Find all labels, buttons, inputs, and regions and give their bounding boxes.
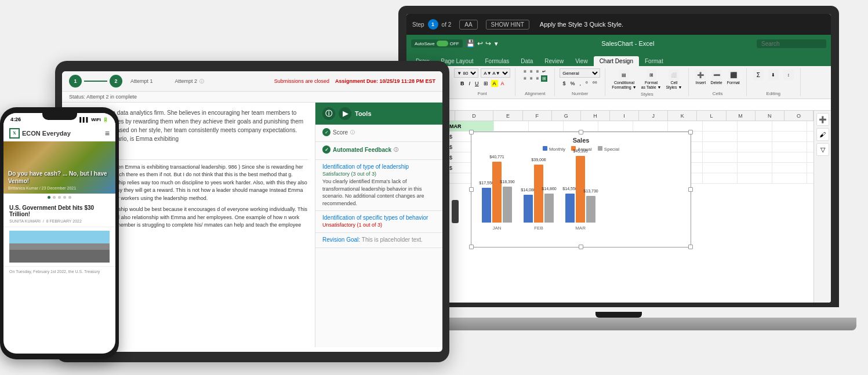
add-chart-element-btn[interactable]: ➕: [816, 113, 829, 126]
cell-l2[interactable]: [738, 132, 772, 141]
font-color-btn[interactable]: A: [499, 80, 506, 87]
cell-m1[interactable]: [772, 121, 807, 131]
cell-n6[interactable]: [807, 173, 813, 183]
cell-l4[interactable]: [738, 152, 772, 162]
feedback-status-1: Satisfactory (3 out of 3): [322, 171, 435, 177]
redo-icon[interactable]: ↪: [485, 39, 491, 48]
align-center-btn[interactable]: ≡: [529, 75, 534, 82]
cell-m2[interactable]: [772, 132, 807, 141]
tab-formulas[interactable]: Formulas: [480, 56, 515, 66]
chart-handle-tl[interactable]: [469, 130, 474, 134]
border-btn[interactable]: ⊞: [482, 80, 490, 87]
fill-btn[interactable]: ⬇: [767, 68, 780, 81]
increase-decimal-btn[interactable]: ⁰⁰: [591, 80, 599, 87]
chart-handle-ml[interactable]: [469, 187, 474, 192]
cell-l3[interactable]: [738, 142, 772, 152]
chart-style-btn[interactable]: 🖌: [816, 128, 829, 141]
ribbon-tabs: Draw Page Layout Formulas Data Review Vi…: [406, 52, 831, 66]
cell-k5[interactable]: [703, 163, 738, 173]
number-format-select[interactable]: General: [560, 68, 600, 78]
font-family-select[interactable]: A▼ A▼: [481, 68, 510, 78]
autosave-state-toggle[interactable]: [437, 41, 448, 46]
article-3-section[interactable]: [3, 227, 115, 267]
autosave-toggle[interactable]: AutoSave OFF: [411, 39, 463, 48]
chart-title: Sales: [476, 137, 686, 144]
cell-m4[interactable]: [772, 152, 807, 162]
italic-btn[interactable]: I: [467, 80, 473, 87]
article-2-section[interactable]: U.S. Government Debt hits $30 Trillion! …: [3, 201, 115, 227]
fill-color-btn[interactable]: A: [491, 80, 498, 87]
undo-icon[interactable]: ↩: [477, 39, 483, 48]
cell-m3[interactable]: [772, 142, 807, 152]
percent-btn[interactable]: %: [569, 80, 577, 87]
wrap-text-btn[interactable]: ↵: [541, 68, 547, 75]
cells-area[interactable]: ary MAR: [413, 121, 813, 225]
tablet-home-button[interactable]: [452, 200, 459, 223]
sort-filter-btn[interactable]: ↕: [782, 68, 796, 81]
cell-n2[interactable]: [807, 132, 813, 141]
save-icon[interactable]: 💾: [466, 39, 475, 48]
cell-e1[interactable]: [494, 121, 529, 131]
sum-btn[interactable]: Σ: [751, 68, 765, 81]
align-top-left-btn[interactable]: ≡: [522, 68, 528, 75]
cell-m5[interactable]: [772, 163, 807, 173]
excel-grid[interactable]: C D E F G H I J K L M N O: [406, 111, 813, 303]
align-right-btn[interactable]: ≡: [535, 75, 540, 82]
format-btn[interactable]: ⬛ Format: [725, 68, 742, 86]
cell-l6[interactable]: [738, 173, 772, 183]
chart-handle-bm[interactable]: [579, 245, 583, 249]
cell-k2[interactable]: [703, 132, 738, 141]
hero-image: Do you have cash? ... No, but I have Ven…: [3, 141, 115, 194]
chart-filter-btn[interactable]: ▽: [816, 143, 829, 156]
chart-handle-mr[interactable]: [688, 187, 693, 192]
tab-chart-design[interactable]: Chart Design: [594, 56, 639, 66]
align-top-right-btn[interactable]: ≡: [535, 68, 540, 75]
cell-n1[interactable]: [807, 121, 813, 131]
cell-n3[interactable]: [807, 142, 813, 152]
chart-handle-tr[interactable]: [688, 130, 693, 134]
chart-handle-bl[interactable]: [469, 245, 474, 249]
cell-n4[interactable]: [807, 152, 813, 162]
conditional-formatting-btn[interactable]: ▤ Conditional Formatting ▼: [610, 68, 638, 90]
comma-btn[interactable]: ,: [578, 80, 583, 87]
cell-n5[interactable]: [807, 163, 813, 173]
cell-styles-btn[interactable]: ⬜ Cell Styles ▼: [664, 68, 684, 90]
insert-btn[interactable]: ➕ Insert: [693, 68, 707, 86]
cell-k3[interactable]: [703, 142, 738, 152]
tab-data[interactable]: Data: [515, 56, 539, 66]
tools-nav-info[interactable]: ⓘ: [322, 107, 335, 120]
cell-h1[interactable]: [598, 121, 633, 131]
currency-btn[interactable]: $: [561, 80, 568, 87]
font-size-select[interactable]: ▼ 80: [454, 68, 478, 78]
cell-j1[interactable]: [668, 121, 703, 131]
merge-center-btn[interactable]: ⊞: [541, 75, 547, 82]
chart-handle-tm[interactable]: [579, 130, 583, 134]
tools-nav-next[interactable]: ▶: [339, 107, 351, 120]
tab-format[interactable]: Format: [639, 56, 669, 66]
cell-l1[interactable]: [738, 121, 772, 131]
cell-l5[interactable]: [738, 163, 772, 173]
delete-btn[interactable]: ➖ Delete: [709, 68, 724, 86]
cell-f1[interactable]: [529, 121, 564, 131]
align-left-btn[interactable]: ≡: [522, 75, 528, 82]
show-hint-button[interactable]: SHOW HINT: [486, 20, 529, 30]
quick-access-more[interactable]: ▼: [493, 41, 499, 47]
cell-k1[interactable]: [703, 121, 738, 131]
cell-k6[interactable]: [703, 173, 738, 183]
phone-hero-section[interactable]: Do you have cash? ... No, but I have Ven…: [3, 141, 115, 194]
tab-review[interactable]: Review: [539, 56, 569, 66]
chart-handle-br[interactable]: [688, 245, 693, 249]
underline-btn[interactable]: U: [473, 80, 481, 87]
format-as-table-btn[interactable]: ⊞ Format as Table ▼: [640, 68, 663, 90]
menu-hamburger-icon[interactable]: ≡: [105, 129, 110, 138]
bold-btn[interactable]: B: [459, 80, 466, 87]
excel-search-input[interactable]: [757, 39, 826, 48]
cell-m6[interactable]: [772, 173, 807, 183]
aa-button[interactable]: AA: [459, 20, 477, 30]
align-top-center-btn[interactable]: ≡: [529, 68, 534, 75]
cell-k4[interactable]: [703, 152, 738, 162]
sales-chart[interactable]: Sales Monthly Annual Special: [471, 132, 691, 247]
cell-i1[interactable]: [633, 121, 668, 131]
decrease-decimal-btn[interactable]: ⁰: [584, 80, 590, 87]
tab-view[interactable]: View: [569, 56, 594, 66]
